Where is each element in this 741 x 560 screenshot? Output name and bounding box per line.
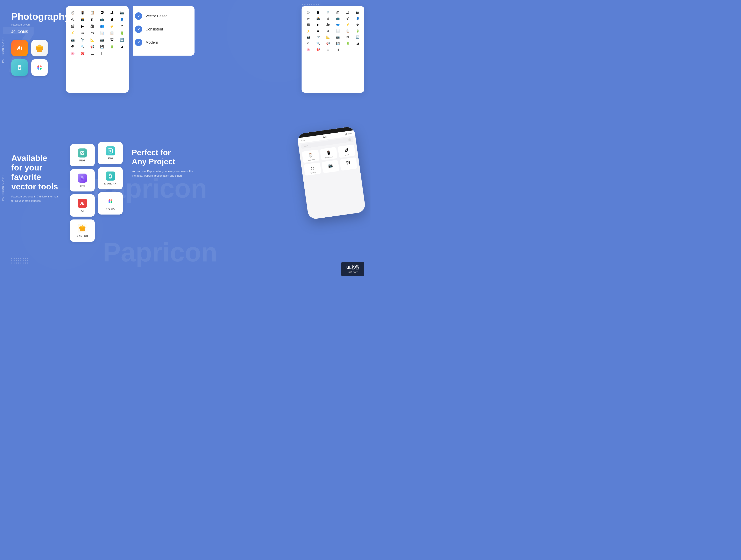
r-icon-chart: 📊 <box>336 29 340 33</box>
r-icon-camera: 📷 <box>356 11 359 14</box>
r-icon-refresh: 🔄 <box>356 36 359 39</box>
svg-rect-9 <box>40 65 42 67</box>
format-cards-column1: PNG EPS Ai AI SKETCH <box>70 144 97 242</box>
phone-icon-smartphone: 📱 Smartphone <box>320 147 338 161</box>
format-card-ai: Ai AI <box>70 194 95 216</box>
r-icon-play: ▶ <box>317 23 319 26</box>
svg-point-6 <box>19 67 19 68</box>
icon-film: 📽 <box>110 18 114 21</box>
sketch-icon <box>31 40 48 56</box>
format-card-iconjar: ICONJAR <box>98 167 123 189</box>
sketch-format-icon <box>78 224 87 233</box>
r-icon-speaker: 📢 <box>326 42 330 45</box>
feature-modern-label: Modern <box>145 40 158 45</box>
svg-rect-28 <box>111 199 112 201</box>
phone-image-label: Image <box>345 154 349 156</box>
site-url: uil8.com <box>346 270 359 274</box>
r-icon-camera2: 📸 <box>316 17 320 20</box>
iconjar-label: ICONJAR <box>104 182 117 185</box>
icon-search: 🔍 <box>80 45 85 49</box>
svg-point-31 <box>109 200 110 202</box>
perfect-heading: Perfect for Any Project <box>132 148 194 166</box>
r-icon-watch: ⌚ <box>307 11 310 14</box>
watermark-overlay: ui老爸 uil8.com <box>341 262 364 276</box>
phone-close-btn[interactable] <box>348 138 351 141</box>
format-card-eps: EPS <box>70 169 95 191</box>
format-cards-column2: SVG ICONJAR FIGMA <box>98 136 125 214</box>
icon-battery: 🔋 <box>120 31 124 35</box>
icon-grid-right: ⌚ 📱 📋 🖼 🏞 📷 ◎ 📸 🗑 📺 📽 👤 🎬 ▶ 🎥 👥 ⚡ ☢ ⚡ ♻ … <box>305 11 361 51</box>
format-card-sketch: SKETCH <box>70 220 95 242</box>
phone-icon-camera: 📷 <box>322 160 339 173</box>
r-icon-cam3: 📷 <box>307 36 310 39</box>
r-icon-group: 👥 <box>336 23 340 26</box>
r-icon-hazard: ☢ <box>356 23 359 26</box>
svg-marker-21 <box>79 226 85 228</box>
sketch-label: SKETCH <box>77 235 88 237</box>
ai-format-label: Ai <box>80 201 84 206</box>
icon-clapboard: 🎬 <box>71 24 75 28</box>
icon-count: 40 ICONS <box>11 30 60 34</box>
r-icon-img2: 🖼 <box>346 36 349 39</box>
watermark-papricon-2: Papricon <box>103 239 217 265</box>
icon-tripod: 🔭 <box>80 38 85 42</box>
icon-chart: 📊 <box>100 31 104 35</box>
r-icon-flash: ⚡ <box>346 23 349 26</box>
r-icon-tripod: 🔭 <box>316 36 320 39</box>
jar-svg <box>16 64 23 71</box>
phone-smartphone-label: Smartphone <box>325 156 333 159</box>
site-name: ui老爸 <box>346 264 359 270</box>
icon-phone: 📱 <box>80 11 85 15</box>
phone-aperture-icon: ◎ <box>309 165 316 172</box>
icon-cam4: 📷 <box>100 38 104 42</box>
svg-label: SVG <box>108 157 113 160</box>
svg-point-5 <box>18 67 20 69</box>
svg-point-7 <box>19 68 20 69</box>
png-label: PNG <box>79 159 85 162</box>
ai-label: AI <box>81 209 84 212</box>
r-icon-clipboard: 📋 <box>326 11 330 14</box>
phone-image-icon: 🖼 <box>343 147 350 154</box>
icon-landscape: 🏞 <box>110 11 114 15</box>
phone-search-placeholder: Search <box>303 145 308 147</box>
r-icon-aperture: ◎ <box>307 17 310 20</box>
icon-recycle: ♻ <box>81 31 84 35</box>
icon-save: 💾 <box>100 45 104 49</box>
r-icon-bat2: 🔋 <box>346 42 349 45</box>
divider-top <box>130 8 130 140</box>
phone-icon-aperture: ◎ Apperture <box>304 162 322 176</box>
figma-label: FIGMA <box>106 207 115 210</box>
png-icon <box>78 148 87 158</box>
r-icon-target: 🎯 <box>316 48 320 51</box>
svg-rect-3 <box>18 65 21 66</box>
icon-img2: 🖼 <box>110 38 114 42</box>
svg-point-12 <box>38 66 39 68</box>
icon-grid-left: ⌚ 📱 📋 🖼 🏞 📷 ◎ 📸 🗑 📺 📽 👤 🎬 ▶ 🎥 👥 ⚡ ☢ ⚡ ♻ … <box>69 11 125 55</box>
svg-point-18 <box>81 178 83 180</box>
icon-note: 📋 <box>110 31 114 35</box>
icon-person: 👤 <box>120 17 124 21</box>
svg-rect-23 <box>109 174 111 174</box>
r-icon-note: 📋 <box>346 29 349 33</box>
r-icon-person: 👤 <box>356 17 359 20</box>
phone-watch-icon: ⌚ <box>307 152 314 159</box>
eps-svg <box>79 175 85 181</box>
check-modern <box>135 39 142 46</box>
phone-smartphone-icon: 📱 <box>325 149 332 156</box>
icon-bat2: 🔋 <box>110 45 114 49</box>
figmajar-icon <box>11 59 28 76</box>
available-heading: Available for your favorite vector tools <box>11 153 62 191</box>
svg-icon <box>106 146 115 155</box>
icon-video: 🎥 <box>90 24 94 28</box>
eps-label: EPS <box>79 184 85 187</box>
iconjar-icon <box>106 172 115 181</box>
phone-time: 9:41 <box>301 139 305 141</box>
svg-rect-11 <box>40 68 42 70</box>
r-icon-search: 🔍 <box>316 42 320 45</box>
r-icon-clapboard: 🎬 <box>307 23 310 26</box>
check-consistent <box>135 25 142 33</box>
r-icon-film: 📽 <box>346 17 349 20</box>
ai-icon: Ai <box>11 40 28 56</box>
ai-label: Ai <box>17 45 22 51</box>
svg-point-25 <box>109 175 111 178</box>
